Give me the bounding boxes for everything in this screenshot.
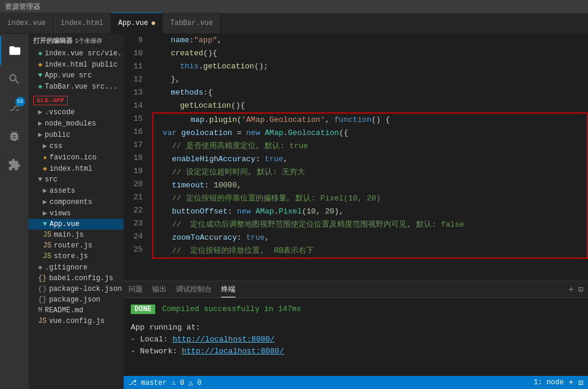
compiled-msg: Compiled successfully in 147ms — [162, 305, 301, 313]
panel-tab-terminal[interactable]: 终端 — [221, 282, 235, 297]
tree-node-modules[interactable]: ▶ node_modules — [29, 118, 124, 129]
code-line-10: created(){ — [152, 47, 588, 60]
tree-css[interactable]: ▶ css — [29, 140, 124, 152]
code-line-15: map.plugin('AMap.Geolocation', function(… — [153, 114, 587, 127]
panel: 问题 输出 调试控制台 终端 + ⊡ DONE Compiled success… — [124, 281, 588, 376]
code-content[interactable]: name:"app", created(){ this.getLocation(… — [147, 34, 588, 281]
tab-dot — [152, 21, 155, 25]
tab-index-vue[interactable]: index.vue — [0, 12, 54, 33]
file-icon: ◈ — [38, 82, 42, 91]
code-line-13: methods:{ — [152, 86, 588, 99]
tree-gitignore[interactable]: ◈ .gitignore — [29, 262, 124, 273]
network-url[interactable]: http://localhost:8080/ — [182, 347, 284, 356]
compile-line: DONE Compiled successfully in 147ms — [131, 303, 581, 316]
tab-label: TabBar.vue — [170, 19, 213, 27]
tree-components[interactable]: ▶ components — [29, 196, 124, 208]
panel-tabs: 问题 输出 调试控制台 终端 + ⊡ — [124, 281, 588, 298]
tree-assets[interactable]: ▶ assets — [29, 185, 124, 196]
file-icon: ◈ — [38, 49, 42, 58]
tab-label: App.vue — [118, 19, 148, 27]
main-layout: ⎇ 5k 打开的编辑器 1个未保存 ◈ index.vue src/vie...… — [0, 34, 588, 389]
tab-tabbar-vue[interactable]: TabBar.vue — [163, 12, 221, 33]
open-editors-header: 打开的编辑器 1个未保存 — [29, 34, 124, 48]
panel-add-icon[interactable]: + — [568, 285, 573, 294]
status-bar: ⎇ master ⚠ 0 △ 0 1: node + ⊡ — [124, 376, 588, 389]
code-line-18: enableHighAccuracy: true, — [153, 153, 587, 166]
panel-tab-debug[interactable]: 调试控制台 — [176, 282, 212, 297]
tree-public[interactable]: ▶ public — [29, 129, 124, 140]
open-editors-label: 打开的编辑器 — [33, 36, 73, 45]
ele-app-label: ELE-APP — [33, 96, 68, 105]
app-running-line: App running at: — [131, 322, 581, 334]
sidebar-file-index-vue[interactable]: ◈ index.vue src/vie... — [29, 48, 124, 59]
sidebar-icon-search[interactable] — [0, 65, 29, 93]
sidebar-content: 打开的编辑器 1个未保存 ◈ index.vue src/vie... ◈ in… — [29, 34, 124, 389]
tree-main-js[interactable]: JS main.js — [29, 230, 124, 240]
tab-index-html[interactable]: index.html — [54, 12, 111, 33]
status-branch: ⎇ master — [128, 378, 166, 387]
panel-tab-problems[interactable]: 问题 — [128, 282, 143, 297]
panel-content: DONE Compiled successfully in 147ms App … — [124, 298, 588, 376]
tree-package-lock[interactable]: () package-lock.json — [29, 284, 124, 294]
title-bar-text: 资源管理器 — [5, 2, 40, 12]
tree-babel-config[interactable]: {} babel.config.js — [29, 273, 124, 284]
status-add-icon[interactable]: + — [568, 378, 573, 387]
sidebar-icon-extensions[interactable] — [0, 150, 29, 179]
tree-src[interactable]: ▼ src — [29, 174, 124, 185]
network-line: - Network: http://localhost:8080/ — [131, 346, 581, 357]
tab-label: index.vue — [7, 19, 46, 27]
panel-split-icon[interactable]: ⊡ — [578, 284, 583, 294]
sidebar-icon-explorer[interactable] — [0, 36, 29, 65]
done-badge: DONE — [131, 305, 155, 314]
file-icon: ▼ — [38, 71, 42, 80]
sidebar-icon-debug[interactable] — [0, 122, 29, 150]
tree-app-vue[interactable]: ▼ App.vue — [29, 219, 124, 230]
tree-router-js[interactable]: JS router.js — [29, 240, 124, 251]
code-line-25: // 定位按钮的排放位置, RB表示右下 — [153, 244, 587, 258]
tree-store-js[interactable]: JS store.js — [29, 251, 124, 262]
file-icon: ◈ — [38, 60, 42, 69]
editor-area: 9 10 11 12 13 14 15 16 17 18 19 20 21 22… — [124, 34, 588, 389]
line-numbers: 9 10 11 12 13 14 15 16 17 18 19 20 21 22… — [124, 34, 147, 281]
status-panel-icon[interactable]: ⊡ — [578, 378, 583, 388]
local-url[interactable]: http://localhost:8080/ — [172, 335, 275, 344]
local-line: - Local: http://localhost:8080/ — [131, 334, 581, 346]
tree-vscode[interactable]: ▶ .vscode — [29, 106, 124, 118]
panel-tab-output[interactable]: 输出 — [152, 282, 166, 297]
terminal-empty-line — [131, 316, 581, 322]
tree-index-html[interactable]: ◈ index.html — [29, 163, 124, 174]
tab-bar: index.vue index.html App.vue TabBar.vue — [0, 13, 588, 34]
sidebar-file-tabbar-vue[interactable]: ◈ TabBar.vue src... — [29, 81, 124, 92]
ele-app-section: ELE-APP — [29, 92, 124, 106]
status-errors: ⚠ 0 △ 0 — [171, 378, 201, 387]
code-editor: 9 10 11 12 13 14 15 16 17 18 19 20 21 22… — [124, 34, 588, 281]
code-line-23: // 定位成功后调整地图视野范围使定位位置及精度范围视野内可见, 默认: fal… — [153, 218, 587, 231]
title-bar: 资源管理器 — [0, 0, 588, 13]
sidebar-icon-git[interactable]: ⎇ 5k — [0, 93, 29, 122]
tree-vue-config[interactable]: JS vue.config.js — [29, 316, 124, 327]
code-line-22: buttonOffset: new AMap.Pixel(10, 20), — [153, 205, 587, 218]
tree-package-json[interactable]: {} package.json — [29, 294, 124, 305]
code-line-9: name:"app", — [152, 34, 588, 47]
open-editors-sub: 1个未保存 — [75, 37, 102, 45]
tree-favicon[interactable]: ★ favicon.ico — [29, 152, 124, 163]
tab-label: index.html — [61, 19, 103, 27]
tab-app-vue[interactable]: App.vue — [111, 12, 163, 33]
code-line-20: timeout: 10000, — [153, 179, 587, 192]
code-line-14: getLocation(){ — [152, 99, 588, 112]
code-line-24: zoomToAccuracy: true, — [153, 231, 587, 244]
panel-toolbar: + ⊡ — [568, 284, 583, 294]
code-line-11: this.getLocation(); — [152, 60, 588, 73]
code-line-19: // 设定定位超时时间, 默认: 无穷大 — [153, 166, 587, 179]
sidebar-file-index-html[interactable]: ◈ index.html public — [29, 59, 124, 70]
highlighted-block: map.plugin('AMap.Geolocation', function(… — [152, 112, 588, 259]
tree-readme[interactable]: M README.md — [29, 305, 124, 316]
tree-views[interactable]: ▶ views — [29, 208, 124, 219]
code-line-16: var geolocation = new AMap.Geolocation({ — [153, 127, 587, 140]
code-line-21: // 定位按钮的停靠位置的偏移量, 默认: Pixel(10, 20) — [153, 192, 587, 205]
status-node: 1: node — [534, 378, 564, 387]
sidebar-file-app-vue[interactable]: ▼ App.vue src — [29, 70, 124, 81]
code-line-17: // 是否使用高精度定位, 默认: true — [153, 140, 587, 153]
code-line-12: }, — [152, 73, 588, 86]
sidebar-icons: ⎇ 5k — [0, 34, 29, 389]
